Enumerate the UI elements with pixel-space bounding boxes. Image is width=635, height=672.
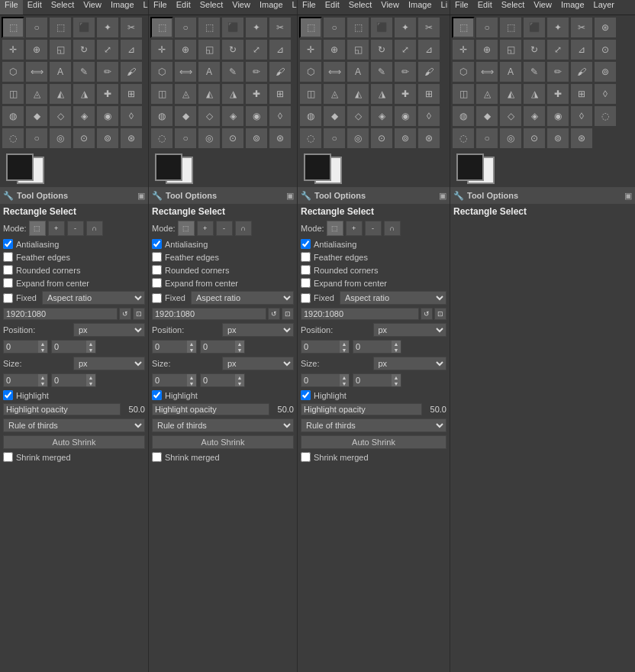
tool2-scissors[interactable]: ✂ (269, 17, 292, 38)
tool3-scale[interactable]: ⤢ (394, 39, 417, 60)
shrink-merged-check-1[interactable] (3, 452, 13, 462)
tool3-zoom[interactable]: ⊛ (417, 128, 440, 149)
tool-heal[interactable]: ✚ (96, 83, 119, 105)
tool4-scissors[interactable]: ✂ (570, 17, 593, 38)
fg-color-1[interactable] (6, 153, 34, 181)
size-px-2[interactable]: px (222, 357, 294, 370)
shrink-merged-check-3[interactable] (301, 452, 311, 462)
tool2-free[interactable]: ⬚ (198, 17, 221, 38)
menu-edit-3[interactable]: Edit (321, 0, 344, 15)
menu-view-3[interactable]: View (376, 0, 404, 15)
size-y-down-1[interactable]: ▼ (86, 380, 95, 386)
highlight-check-3[interactable] (301, 390, 311, 400)
fixed-check-3[interactable] (301, 293, 311, 303)
tool3-rotate[interactable]: ↻ (370, 39, 393, 60)
tool2-persp-clone[interactable]: ⊞ (269, 83, 292, 105)
feather-check-1[interactable] (3, 252, 13, 262)
wh-input-2[interactable] (152, 308, 266, 320)
tool2-rotate[interactable]: ↻ (221, 39, 244, 60)
mode2-replace[interactable]: ⬚ (178, 221, 195, 236)
tool4-path[interactable]: ✎ (523, 61, 546, 82)
tool-blur[interactable]: ◍ (2, 105, 24, 127)
antialiasing-check-3[interactable] (301, 239, 311, 249)
tool3-rect-select[interactable]: ⬚ (299, 17, 322, 38)
tool4-scale[interactable]: ⤢ (546, 39, 569, 60)
tool3-desat[interactable]: ◊ (417, 105, 440, 127)
tool-color-picker[interactable]: ⊚ (96, 128, 119, 149)
menu-file-3[interactable]: File (298, 0, 321, 15)
auto-shrink-btn-1[interactable]: Auto Shrink (3, 435, 145, 449)
aspect-select-2[interactable]: Aspect ratio (191, 291, 294, 305)
tool4-move[interactable]: ✛ (452, 39, 475, 60)
auto-shrink-btn-3[interactable]: Auto Shrink (301, 435, 446, 449)
tool4-clone[interactable]: ◮ (523, 83, 546, 105)
size-x-input-1[interactable] (4, 375, 38, 386)
tool2-path[interactable]: ✎ (221, 61, 244, 82)
fixed-check-2[interactable] (152, 293, 162, 303)
tool2-blend[interactable]: ○ (174, 128, 197, 149)
tool-flip[interactable]: ⟺ (25, 61, 48, 82)
tool-paintbrush[interactable]: 🖌 (120, 61, 143, 82)
menu-view-4[interactable]: View (529, 0, 556, 15)
tool3-ellipse[interactable]: ○ (323, 17, 346, 38)
mode3-int[interactable]: ∩ (384, 221, 401, 236)
menu-file-4[interactable]: File (450, 0, 473, 15)
tool3-heal[interactable]: ✚ (394, 83, 417, 105)
mode3-add[interactable]: + (346, 221, 363, 236)
pos-y-input-2[interactable] (201, 341, 235, 352)
highlight-check-1[interactable] (3, 390, 13, 400)
tool2-color[interactable]: ✦ (245, 17, 268, 38)
tool2-desat[interactable]: ◊ (269, 105, 292, 127)
mode-replace-1[interactable]: ⬚ (29, 221, 46, 236)
tool4-paint[interactable]: 🖌 (570, 61, 593, 82)
tool2-paint[interactable]: 🖌 (269, 61, 292, 82)
tool2-clone[interactable]: ◮ (221, 83, 244, 105)
tool3-eraser[interactable]: ◫ (299, 83, 322, 105)
size2-y-up[interactable]: ▲ (235, 374, 244, 380)
tool3-dodge[interactable]: ◈ (370, 105, 393, 127)
tool3-sharpen[interactable]: ◆ (323, 105, 346, 127)
tool-airbrush[interactable]: ◬ (25, 83, 48, 105)
tool2-perspective[interactable]: ⬡ (150, 61, 173, 82)
tool3-shear[interactable]: ⊿ (417, 39, 440, 60)
tool2-heal[interactable]: ✚ (245, 83, 268, 105)
size2-x-up[interactable]: ▲ (187, 374, 196, 380)
wh-input-1[interactable] (3, 308, 118, 320)
rounded-check-1[interactable] (3, 265, 13, 275)
tool4-extra3[interactable]: ⊚ (594, 61, 617, 82)
pos-y-input-3[interactable] (353, 341, 392, 352)
tool3-persp-clone[interactable]: ⊞ (417, 83, 440, 105)
tool-free-select[interactable]: ⬚ (49, 17, 72, 38)
tool2-pencil[interactable]: ✏ (245, 61, 268, 82)
tool2-eraser[interactable]: ◫ (150, 83, 173, 105)
tool4-airbrush[interactable]: ◬ (475, 83, 498, 105)
tool4-zoom[interactable]: ⊛ (570, 128, 593, 149)
tool4-crop[interactable]: ◱ (499, 39, 522, 60)
shrink-merged-check-2[interactable] (152, 452, 162, 462)
mode-intersect-1[interactable]: ∩ (86, 221, 103, 236)
tool3-blur[interactable]: ◍ (299, 105, 322, 127)
tool4-desat[interactable]: ◊ (570, 105, 593, 127)
wh-copy-2[interactable]: ⊡ (282, 308, 294, 320)
size-x-down-1[interactable]: ▼ (38, 380, 47, 386)
px-select-1[interactable]: px (73, 323, 145, 337)
menu-select-3[interactable]: Select (344, 0, 377, 15)
tool4-extra1[interactable]: ⊛ (594, 17, 617, 38)
tool2-text[interactable]: A (198, 61, 221, 82)
pos2-x-down[interactable]: ▼ (187, 347, 196, 353)
menu-edit-1[interactable]: Edit (23, 0, 47, 15)
tool-options-close-1[interactable]: ▣ (137, 191, 145, 201)
size2-y-down[interactable]: ▼ (235, 380, 244, 386)
tool3-measure[interactable]: ⊙ (370, 128, 393, 149)
pos3-y-down[interactable]: ▼ (392, 347, 401, 353)
pos-y-down-1[interactable]: ▼ (86, 347, 95, 353)
tool2-crop[interactable]: ◱ (198, 39, 221, 60)
tool4-rotate[interactable]: ↻ (523, 39, 546, 60)
size-px-3[interactable]: px (373, 357, 447, 370)
menu-image-2[interactable]: Image (255, 0, 288, 15)
tool-rect-select[interactable]: ⬚ (2, 17, 24, 38)
pos-y-input-1[interactable] (52, 341, 86, 352)
tool2-picker[interactable]: ⊚ (245, 128, 268, 149)
menu-li-3[interactable]: Li (437, 0, 453, 15)
aspect-select-1[interactable]: Aspect ratio (42, 291, 145, 305)
